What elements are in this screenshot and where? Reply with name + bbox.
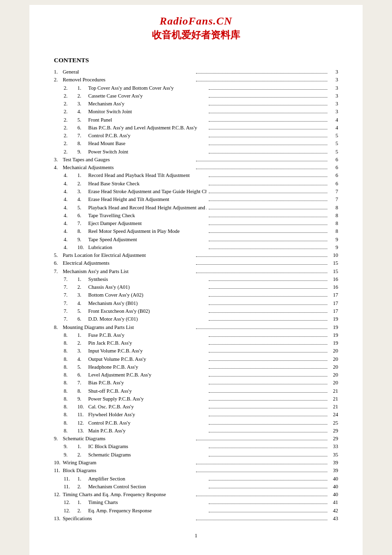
toc-entry: 5.Parts Location for Electrical Adjustme… [54,252,338,259]
toc-entry: 2.2.Cassette Case Cover Ass'y3 [54,92,338,100]
toc-page-number: 16 [329,283,338,291]
toc-sub-label: Main P.C.B. Ass'y [88,427,207,435]
toc-entry: 2.5.Front Panel4 [54,116,338,124]
toc-sub-num1: 8. [64,355,77,363]
toc-sub-num1: 8. [64,347,77,355]
toc-dots [209,201,327,201]
toc-dots [209,352,327,353]
toc-sub-num1: 8. [64,339,77,347]
toc-dots [196,169,327,169]
toc-dots [209,320,327,321]
toc-page-number: 10 [329,252,338,259]
toc-sub-num1: 12. [64,499,77,506]
toc-sub-num2: 9. [77,395,88,403]
toc-page-number: 8 [329,204,338,212]
toc-entry: 4.9.Tape Speed Adjustment9 [54,236,338,244]
toc-main-number: 4. [54,164,63,172]
toc-sub-num2: 1. [77,443,88,451]
toc-dots [196,440,327,440]
toc-main-label: Parts Location for Electrical Adjustment [63,252,194,259]
toc-dots [209,408,327,408]
toc-main-number: 9. [54,435,63,443]
toc-sub-label: Amplifier Section [88,475,207,483]
toc-page-number: 42 [329,507,338,515]
toc-entry: 8.6.Level Adjustment P.C.B. Ass'y20 [54,371,338,379]
toc-page-number: 40 [329,475,338,483]
toc-sub-num1: 11. [64,483,77,491]
toc-sub-label: Mechanism Ass'y (B01) [88,300,207,307]
toc-page-number: 20 [329,379,338,387]
toc-page-number: 39 [329,459,338,467]
toc-page-number: 3 [329,108,338,116]
toc-dots [209,416,327,416]
document-page: RadioFans.CN 收音机爱好者资料库 CONTENTS 1.Genera… [29,5,363,555]
toc-sub-num1: 4. [64,244,77,252]
toc-dots [209,448,327,448]
toc-sub-num1: 4. [64,204,77,212]
toc-entry: 12.Timing Charts and Eq. Amp. Frequency … [54,491,338,499]
toc-sub-num1: 8. [64,371,77,379]
toc-dots [209,384,327,384]
toc-sub-num2: 10. [77,244,88,252]
toc-dots [209,504,327,504]
toc-sub-num2: 2. [77,507,88,515]
page-number: 1 [54,532,338,538]
toc-page-number: 3 [329,68,338,76]
toc-dots [209,97,327,98]
toc-sub-num2: 1. [77,331,88,339]
toc-page-number: 7 [329,188,338,196]
toc-page-number: 3 [329,92,338,100]
toc-dots [209,225,327,225]
toc-sub-num1: 8. [64,411,77,419]
table-of-contents: 1.General32.Removel Procedures32.1.Top C… [54,68,338,523]
toc-entry: 4.8.Reel Motor Speed Adjustment in Play … [54,227,338,235]
toc-main-number: 11. [54,467,63,475]
toc-page-number: 17 [329,300,338,307]
toc-sub-label: Power Supply P.C.B. Ass'y [88,395,207,403]
toc-page-number: 4 [329,116,338,124]
toc-entry: 8.2.Pin Jack P.C.B. Ass'y19 [54,339,338,347]
toc-entry: 9.Schematic Diagrams29 [54,435,338,443]
toc-sub-num1: 12. [64,507,77,515]
toc-page-number: 33 [329,443,338,451]
toc-dots [209,304,327,305]
toc-sub-num2: 1. [77,276,88,283]
toc-dots [196,464,327,464]
toc-sub-num1: 2. [64,148,77,156]
toc-page-number: 15 [329,268,338,276]
toc-main-label: Wiring Diagram [63,459,194,467]
toc-sub-label: Mechanism Ass'y [88,100,207,108]
toc-sub-num1: 9. [64,451,77,459]
toc-dots [209,217,327,217]
toc-entry: 8.3.Input Volume P.C.B. Ass'y20 [54,347,338,355]
toc-sub-num1: 7. [64,307,77,315]
toc-sub-num2: 6. [77,315,88,323]
toc-sub-num1: 7. [64,315,77,323]
toc-main-number: 7. [54,268,63,276]
toc-sub-num1: 8. [64,395,77,403]
toc-sub-label: Eject Damper Adjustment [88,220,207,227]
toc-sub-label: Power Switch Joint [88,148,207,156]
toc-sub-num1: 4. [64,227,77,235]
toc-sub-label: Chassis Ass'y (A01) [88,283,207,291]
toc-main-number: 2. [54,76,63,84]
toc-dots [209,241,327,241]
toc-sub-num2: 2. [77,180,88,188]
toc-sub-num2: 2. [77,483,88,491]
toc-dots [209,280,327,281]
toc-page-number: 7 [329,196,338,203]
toc-sub-label: Timing Charts [88,499,207,506]
toc-sub-label: Erase Head Height and Tilt Adjustment [88,196,207,203]
toc-page-number: 3 [329,84,338,92]
toc-page-number: 17 [329,307,338,315]
toc-entry: 4.10.Lubrication9 [54,244,338,252]
toc-page-number: 3 [329,76,338,84]
toc-sub-num1: 7. [64,283,77,291]
toc-entry: 4.1.Record Head and Playback Head Tilt A… [54,172,338,179]
toc-page-number: 35 [329,451,338,459]
toc-sub-label: Output Volume P.C.B. Ass'y [88,355,207,363]
toc-entry: 8.8.Shut-off P.C.B. Ass'y21 [54,387,338,395]
toc-entry: 6.Electrical Adjustments15 [54,259,338,267]
toc-sub-label: Tape Speed Adjustment [88,236,207,244]
toc-sub-num1: 8. [64,387,77,395]
